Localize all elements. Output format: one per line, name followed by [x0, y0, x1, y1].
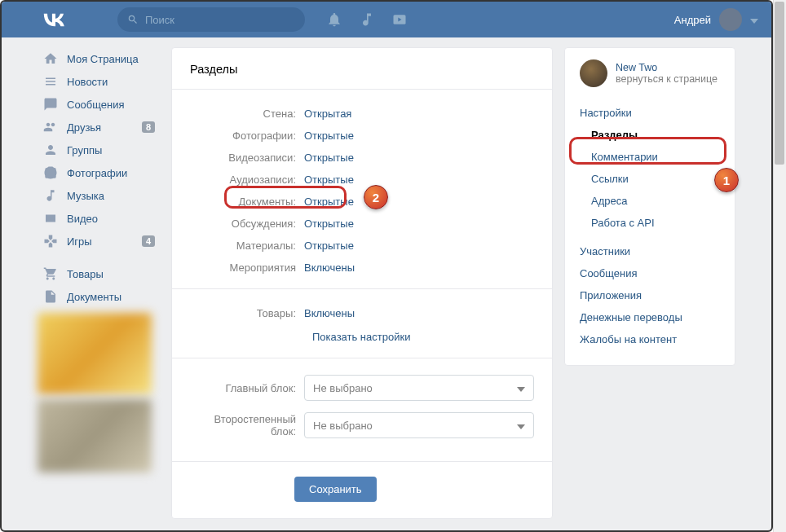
blurred-widget [38, 313, 152, 394]
secondary-block-label: Второстепенный блок: [190, 413, 304, 437]
nav-badge: 8 [142, 121, 155, 133]
nav-item-friends[interactable]: Друзья8 [38, 116, 160, 138]
user-name: Андрей [674, 14, 711, 26]
setting-label: Видеозаписи: [190, 152, 304, 164]
photos-icon [42, 165, 59, 181]
games-icon [42, 233, 59, 249]
right-nav-item[interactable]: Ссылки [565, 168, 735, 190]
setting-value[interactable]: Открытая [304, 108, 351, 120]
nav-badge: 4 [142, 235, 155, 247]
right-nav-item[interactable]: Сообщения [565, 262, 735, 284]
nav-item-news[interactable]: Новости [38, 70, 160, 93]
settings-panel: Разделы Стена:ОткрытаяФотографии:Открыты… [171, 47, 553, 519]
right-nav-item[interactable]: Работа с API [565, 212, 735, 234]
secondary-block-select[interactable]: Не выбрано [304, 412, 534, 438]
scrollbar-track[interactable] [773, 0, 786, 532]
annotation-marker-1: 1 [714, 168, 739, 192]
market-icon [42, 266, 59, 282]
chevron-down-icon [517, 420, 525, 432]
main-block-select[interactable]: Не выбрано [304, 375, 534, 401]
setting-value[interactable]: Открытые [304, 196, 354, 208]
setting-value[interactable]: Открытые [304, 174, 354, 186]
setting-label-products: Товары: [190, 307, 304, 319]
setting-label: Документы: [190, 196, 304, 208]
video-icon [42, 210, 59, 226]
setting-value-products[interactable]: Включены [304, 307, 355, 319]
nav-item-messages[interactable]: Сообщения [38, 93, 160, 116]
setting-label: Стена: [190, 108, 304, 120]
setting-label: Фотографии: [190, 130, 304, 142]
nav-label: Новости [67, 76, 108, 88]
news-icon [42, 73, 59, 90]
setting-label: Обсуждения: [190, 218, 304, 230]
notifications-icon[interactable] [326, 11, 342, 28]
messages-icon [42, 96, 59, 112]
nav-item-market[interactable]: Товары [38, 262, 160, 285]
right-nav-item[interactable]: Комментарии [565, 146, 735, 168]
search-input[interactable] [145, 14, 295, 26]
video-play-icon[interactable] [391, 11, 408, 28]
music-icon[interactable] [359, 11, 375, 28]
nav-label: Фотографии [67, 167, 127, 179]
right-nav-item[interactable]: Участники [565, 240, 735, 262]
group-avatar[interactable] [580, 59, 607, 87]
nav-item-video[interactable]: Видео [38, 207, 160, 230]
setting-value[interactable]: Открытые [304, 240, 354, 252]
vk-logo[interactable] [42, 8, 65, 31]
chevron-down-icon [750, 14, 758, 26]
friends-icon [42, 119, 59, 135]
nav-item-groups[interactable]: Группы [38, 138, 160, 161]
nav-item-docs[interactable]: Документы [38, 285, 160, 308]
setting-value[interactable]: Включены [304, 262, 355, 274]
setting-value[interactable]: Открытые [304, 152, 354, 164]
blurred-widget [38, 399, 152, 473]
nav-item-home[interactable]: Моя Страница [38, 47, 160, 70]
setting-label: Мероприятия [190, 262, 304, 274]
save-button[interactable]: Сохранить [294, 477, 377, 502]
right-nav-item[interactable]: Жалобы на контент [565, 328, 735, 350]
panel-title: Разделы [172, 48, 552, 90]
search-box[interactable] [117, 7, 305, 32]
scrollbar-thumb[interactable] [775, 2, 784, 165]
main-header: Андрей [2, 2, 771, 37]
docs-icon [42, 288, 59, 305]
group-name-link[interactable]: New Two [616, 62, 718, 73]
right-nav-item[interactable]: Разделы [565, 124, 735, 146]
nav-label: Моя Страница [67, 53, 139, 65]
user-avatar [719, 8, 742, 31]
back-to-page-link[interactable]: вернуться к странице [616, 73, 718, 85]
nav-item-games[interactable]: Игры4 [38, 230, 160, 253]
right-nav-item[interactable]: Настройки [565, 102, 735, 124]
home-icon [42, 51, 59, 67]
setting-label: Аудиозаписи: [190, 174, 304, 186]
nav-label: Музыка [67, 190, 104, 202]
right-sidebar: New Two вернуться к странице НастройкиРа… [564, 47, 735, 366]
nav-label: Видео [67, 213, 98, 225]
nav-label: Сообщения [67, 99, 125, 111]
search-icon [127, 14, 139, 25]
nav-label: Группы [67, 144, 102, 156]
setting-label: Материалы: [190, 240, 304, 252]
nav-label: Игры [67, 235, 92, 248]
nav-label: Товары [67, 268, 104, 280]
annotation-marker-2: 2 [364, 185, 388, 209]
music-icon [42, 187, 59, 204]
nav-item-music[interactable]: Музыка [38, 184, 160, 207]
nav-label: Друзья [67, 121, 101, 134]
show-settings-link[interactable]: Показать настройки [312, 331, 410, 343]
setting-value[interactable]: Открытые [304, 218, 354, 230]
left-sidebar: Моя СтраницаНовостиСообщенияДрузья8Групп… [38, 47, 160, 519]
right-nav-item[interactable]: Адреса [565, 190, 735, 212]
setting-value[interactable]: Открытые [304, 130, 354, 142]
groups-icon [42, 142, 59, 158]
nav-item-photos[interactable]: Фотографии [38, 161, 160, 184]
right-nav-item[interactable]: Приложения [565, 284, 735, 306]
nav-label: Документы [67, 291, 121, 303]
chevron-down-icon [517, 382, 525, 394]
right-nav-item[interactable]: Денежные переводы [565, 306, 735, 328]
user-menu[interactable]: Андрей [674, 8, 758, 31]
main-block-label: Главный блок: [190, 382, 304, 394]
